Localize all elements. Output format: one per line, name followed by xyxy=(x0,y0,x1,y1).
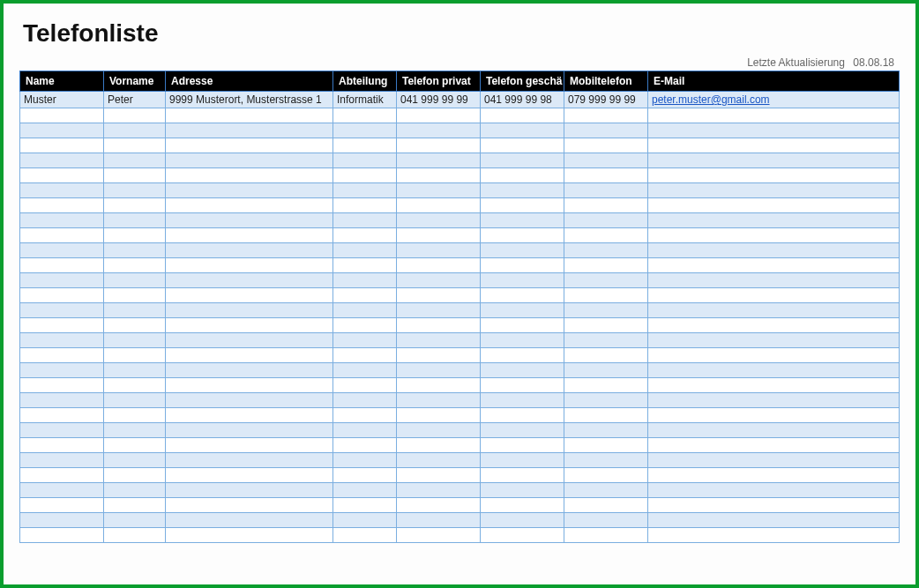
empty-cell xyxy=(20,138,104,153)
empty-cell xyxy=(333,153,397,168)
empty-cell xyxy=(564,228,648,243)
empty-cell xyxy=(104,228,166,243)
empty-cell xyxy=(104,453,166,468)
empty-cell xyxy=(481,258,564,273)
empty-cell xyxy=(104,528,166,543)
email-link[interactable]: peter.muster@gmail.com xyxy=(652,93,770,106)
table-row xyxy=(20,303,900,318)
empty-cell xyxy=(20,258,104,273)
table-row xyxy=(20,258,900,273)
table-row xyxy=(20,468,900,483)
empty-cell xyxy=(166,243,333,258)
empty-cell xyxy=(166,468,333,483)
empty-cell xyxy=(333,348,397,363)
last-update-line: Letzte Aktualisierung 08.08.18 xyxy=(19,56,900,69)
empty-cell xyxy=(397,363,481,378)
empty-cell xyxy=(20,243,104,258)
empty-cell xyxy=(648,123,900,138)
empty-cell xyxy=(397,138,481,153)
empty-cell xyxy=(20,363,104,378)
empty-cell xyxy=(397,198,481,213)
col-header-tel-privat: Telefon privat xyxy=(397,71,481,92)
empty-cell xyxy=(564,258,648,273)
col-header-name: Name xyxy=(20,71,104,92)
table-row xyxy=(20,273,900,288)
empty-cell xyxy=(166,318,333,333)
empty-cell xyxy=(648,108,900,123)
empty-cell xyxy=(564,333,648,348)
table-row xyxy=(20,483,900,498)
cell-abteilung: Informatik xyxy=(333,92,397,108)
empty-cell xyxy=(20,213,104,228)
cell-email: peter.muster@gmail.com xyxy=(648,92,900,108)
empty-cell xyxy=(166,498,333,513)
empty-cell xyxy=(333,303,397,318)
empty-cell xyxy=(564,318,648,333)
document-frame: Telefonliste Letzte Aktualisierung 08.08… xyxy=(0,0,919,588)
col-header-abteilung: Abteilung xyxy=(333,71,397,92)
empty-cell xyxy=(333,198,397,213)
empty-cell xyxy=(648,498,900,513)
empty-cell xyxy=(20,513,104,528)
empty-cell xyxy=(564,213,648,228)
empty-cell xyxy=(333,183,397,198)
table-row xyxy=(20,438,900,453)
empty-cell xyxy=(333,453,397,468)
empty-cell xyxy=(20,183,104,198)
empty-cell xyxy=(397,393,481,408)
empty-cell xyxy=(104,513,166,528)
empty-cell xyxy=(104,123,166,138)
empty-cell xyxy=(397,243,481,258)
empty-cell xyxy=(166,123,333,138)
cell-vorname: Peter xyxy=(104,92,166,108)
empty-cell xyxy=(166,378,333,393)
empty-cell xyxy=(333,138,397,153)
empty-cell xyxy=(397,273,481,288)
table-row xyxy=(20,318,900,333)
empty-cell xyxy=(104,468,166,483)
empty-cell xyxy=(166,333,333,348)
empty-cell xyxy=(564,423,648,438)
empty-cell xyxy=(648,273,900,288)
empty-cell xyxy=(104,258,166,273)
empty-cell xyxy=(397,228,481,243)
empty-cell xyxy=(481,393,564,408)
empty-cell xyxy=(333,363,397,378)
empty-cell xyxy=(648,138,900,153)
table-row xyxy=(20,363,900,378)
empty-cell xyxy=(397,318,481,333)
empty-cell xyxy=(648,453,900,468)
empty-cell xyxy=(104,153,166,168)
empty-cell xyxy=(648,423,900,438)
empty-cell xyxy=(333,378,397,393)
empty-cell xyxy=(397,498,481,513)
empty-cell xyxy=(20,333,104,348)
empty-cell xyxy=(397,333,481,348)
empty-cell xyxy=(166,513,333,528)
empty-cell xyxy=(481,198,564,213)
empty-cell xyxy=(166,258,333,273)
empty-cell xyxy=(333,468,397,483)
empty-cell xyxy=(104,423,166,438)
empty-cell xyxy=(648,363,900,378)
empty-cell xyxy=(397,453,481,468)
empty-cell xyxy=(397,378,481,393)
empty-cell xyxy=(397,483,481,498)
empty-cell xyxy=(20,348,104,363)
empty-cell xyxy=(481,108,564,123)
empty-cell xyxy=(481,288,564,303)
empty-cell xyxy=(104,108,166,123)
empty-cell xyxy=(333,273,397,288)
empty-cell xyxy=(104,213,166,228)
empty-cell xyxy=(20,123,104,138)
empty-cell xyxy=(104,393,166,408)
empty-cell xyxy=(564,273,648,288)
empty-cell xyxy=(397,528,481,543)
empty-cell xyxy=(20,303,104,318)
empty-cell xyxy=(104,318,166,333)
empty-cell xyxy=(564,468,648,483)
empty-cell xyxy=(333,528,397,543)
empty-cell xyxy=(564,483,648,498)
empty-cell xyxy=(564,243,648,258)
empty-cell xyxy=(104,288,166,303)
